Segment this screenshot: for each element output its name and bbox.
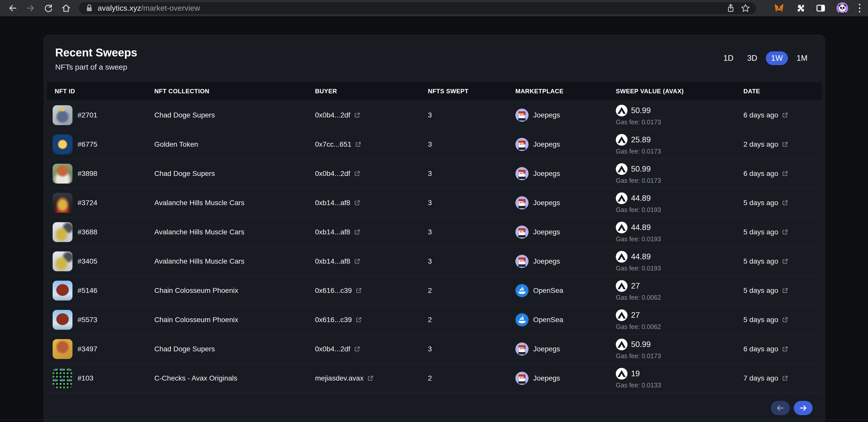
lock-icon[interactable] [86, 4, 93, 12]
cell-nfts-swept: 2 [428, 287, 515, 295]
marketplace-name: Joepegs [533, 345, 560, 353]
cell-buyer: 0x7cc...651 [315, 140, 428, 149]
column-header-buyer: BUYER [315, 88, 428, 95]
sweep-value: 50.99 [631, 340, 651, 349]
time-filter-1m[interactable]: 1M [792, 51, 813, 65]
forward-icon[interactable] [25, 3, 36, 13]
cell-collection: Avalanche Hills Muscle Cars [154, 228, 315, 236]
cell-collection: Chain Colosseum Phoenix [154, 316, 315, 324]
buyer-link[interactable]: 0x0b4...2df [315, 111, 428, 119]
cell-sweep-value: 50.99 Gas fee: 0.0173 [616, 338, 743, 360]
buyer-link[interactable]: 0x0b4...2df [315, 345, 428, 353]
cell-collection: Chain Colosseum Phoenix [154, 287, 315, 295]
joepegs-icon [515, 138, 529, 151]
nft-id: #2701 [78, 111, 97, 119]
external-link-icon [355, 287, 362, 294]
sweep-date: 5 days ago [743, 228, 778, 236]
time-filter-1d[interactable]: 1D [718, 51, 739, 65]
nft-thumbnail [53, 222, 72, 242]
browser-extensions-area [774, 2, 860, 14]
time-filter-1w[interactable]: 1W [766, 51, 788, 65]
external-link-icon [367, 375, 374, 382]
buyer-link[interactable]: 0x616...c39 [315, 316, 428, 324]
recent-sweeps-card: Recent Sweeps NFTs part of a sweep 1D3D1… [44, 35, 825, 422]
buyer-link[interactable]: 0x0b4...2df [315, 169, 428, 178]
buyer-address: 0x7cc...651 [315, 140, 351, 149]
nft-id: #6775 [78, 140, 97, 149]
share-icon[interactable] [725, 3, 736, 13]
sweep-date: 7 days ago [743, 374, 778, 382]
cell-marketplace: OpenSea [515, 284, 616, 297]
external-link-icon[interactable] [782, 141, 788, 148]
external-link-icon[interactable] [782, 258, 788, 265]
nft-thumbnail [53, 339, 72, 359]
buyer-link[interactable]: 0x7cc...651 [315, 140, 428, 149]
cell-nft-id: #6775 [47, 134, 154, 154]
reload-icon[interactable] [43, 3, 53, 13]
pagination-next-button[interactable] [794, 401, 813, 415]
marketplace-icon [515, 138, 529, 151]
table-row: #6775 Golden Token 0x7cc...651 3 [47, 130, 822, 159]
external-link-icon[interactable] [782, 346, 788, 352]
cell-date: 6 days ago [743, 345, 822, 353]
cell-collection: Avalanche Hills Muscle Cars [154, 257, 315, 265]
external-link-icon[interactable] [782, 200, 788, 206]
cell-nfts-swept: 3 [428, 111, 515, 119]
address-bar[interactable]: avalytics.xyz/market-overview [79, 2, 756, 14]
buyer-link[interactable]: 0xb14...af8 [315, 257, 428, 265]
sweep-date: 5 days ago [743, 199, 778, 207]
joepegs-icon [515, 372, 529, 385]
external-link-icon[interactable] [782, 170, 788, 177]
cell-collection: C-Checks - Avax Originals [154, 374, 315, 382]
avax-icon [616, 192, 627, 204]
cell-buyer: 0xb14...af8 [315, 228, 428, 236]
buyer-link[interactable]: 0x616...c39 [315, 287, 428, 295]
home-icon[interactable] [61, 3, 71, 13]
external-link-icon[interactable] [782, 287, 788, 294]
external-link-icon[interactable] [782, 112, 788, 119]
pagination-prev-button[interactable] [771, 401, 790, 415]
metamask-icon[interactable] [774, 3, 784, 13]
sweep-date: 6 days ago [743, 345, 778, 353]
cell-marketplace: Joepegs [515, 108, 616, 122]
profile-avatar[interactable] [836, 2, 848, 14]
external-link-icon[interactable] [782, 229, 788, 235]
url-path: /market-overview [141, 4, 200, 12]
side-panel-icon[interactable] [816, 3, 826, 13]
bookmark-star-icon[interactable] [740, 3, 750, 13]
back-icon[interactable] [8, 3, 18, 13]
cell-sweep-value: 44.89 Gas fee: 0.0193 [616, 222, 743, 243]
cell-marketplace: Joepegs [515, 372, 616, 385]
nfts-swept: 2 [428, 374, 432, 382]
external-link-icon [355, 317, 362, 323]
cell-collection: Chad Doge Supers [154, 169, 315, 178]
external-link-icon[interactable] [782, 375, 788, 382]
cell-nft-id: #3898 [47, 164, 154, 184]
buyer-link[interactable]: mejiasdev.avax [315, 374, 428, 382]
nft-thumbnail [53, 281, 72, 300]
buyer-address: 0xb14...af8 [315, 257, 350, 265]
page-subtitle: NFTs part of a sweep [55, 63, 137, 71]
cell-buyer: 0x0b4...2df [315, 345, 428, 353]
browser-menu-icon[interactable] [859, 4, 860, 12]
page-title: Recent Sweeps [55, 46, 137, 59]
buyer-link[interactable]: 0xb14...af8 [315, 199, 428, 207]
nfts-swept: 3 [428, 345, 432, 353]
extensions-puzzle-icon[interactable] [795, 3, 805, 13]
buyer-link[interactable]: 0xb14...af8 [315, 228, 428, 236]
external-link-icon[interactable] [782, 317, 788, 323]
cell-sweep-value: 27 Gas fee: 0.0062 [616, 310, 743, 330]
table-header-row: NFT IDNFT COLLECTIONBUYERNFTS SWEPTMARKE… [47, 82, 822, 100]
marketplace-icon [515, 284, 529, 297]
external-link-icon [354, 112, 361, 119]
external-link-icon [354, 258, 361, 265]
table-row: #3405 Avalanche Hills Muscle Cars 0xb14.… [47, 247, 822, 276]
sweep-date: 5 days ago [743, 287, 778, 295]
nft-collection: Chad Doge Supers [154, 111, 215, 119]
cell-date: 5 days ago [743, 257, 822, 265]
gas-fee: Gas fee: 0.0193 [616, 206, 743, 214]
time-filter-3d[interactable]: 3D [742, 51, 763, 65]
external-link-icon [354, 346, 361, 352]
column-header-nft-collection: NFT COLLECTION [154, 88, 315, 95]
browser-toolbar: avalytics.xyz/market-overview [0, 0, 868, 16]
